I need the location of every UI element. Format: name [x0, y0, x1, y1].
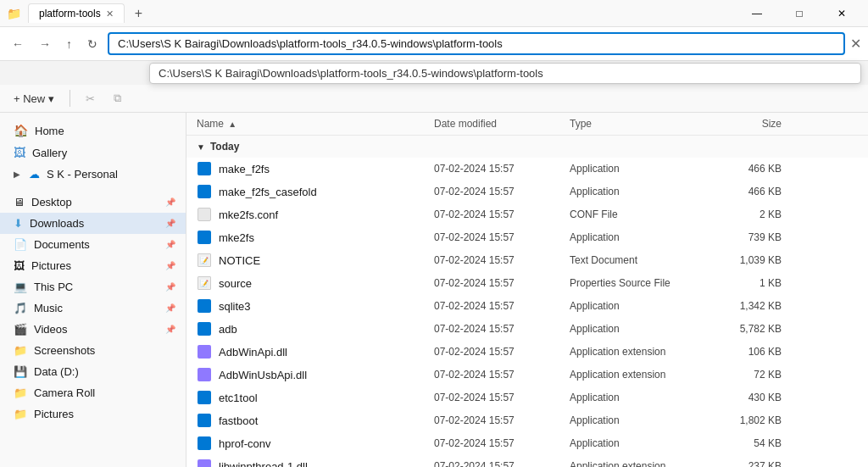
up-button[interactable]: ↑	[61, 36, 77, 53]
file-size: 1,802 KB	[705, 414, 782, 426]
col-size-header[interactable]: Size	[705, 118, 782, 130]
title-bar: 📁 platform-tools ✕ + — □ ✕	[0, 0, 868, 27]
sidebar-label-music: Music	[34, 302, 63, 314]
file-date: 07-02-2024 15:57	[434, 163, 570, 175]
file-icon	[197, 344, 212, 359]
table-row[interactable]: adb 07-02-2024 15:57 Application 5,782 K…	[186, 318, 868, 341]
new-tab-button[interactable]: +	[131, 6, 146, 21]
sidebar-item-sk-personal[interactable]: ▶ ☁ S K - Personal	[0, 164, 186, 185]
table-row[interactable]: sqlite3 07-02-2024 15:57 Application 1,3…	[186, 295, 868, 318]
tab-title: platform-tools	[39, 8, 101, 19]
back-button[interactable]: ←	[7, 36, 29, 53]
sidebar-item-videos[interactable]: 🎬 Videos 📌	[0, 319, 186, 340]
table-row[interactable]: make_f2fs 07-02-2024 15:57 Application 4…	[186, 158, 868, 181]
file-name: etc1tool	[219, 392, 434, 404]
file-type: Application	[570, 392, 705, 403]
column-headers: Name ▲ Date modified Type Size	[186, 113, 868, 136]
file-name: libwinpthread-1.dll	[219, 460, 434, 468]
file-size: 430 KB	[705, 392, 782, 403]
new-button[interactable]: + New ▾	[7, 89, 61, 108]
sidebar-label-desktop: Desktop	[31, 196, 72, 208]
file-date: 07-02-2024 15:57	[434, 392, 570, 403]
minimize-button[interactable]: —	[737, 0, 776, 27]
cloud-icon: ☁	[29, 168, 40, 181]
file-date: 07-02-2024 15:57	[434, 231, 570, 243]
file-size: 1 KB	[705, 277, 782, 289]
home-icon: 🏠	[14, 124, 28, 137]
music-icon: 🎵	[14, 302, 27, 314]
table-row[interactable]: libwinpthread-1.dll 07-02-2024 15:57 App…	[186, 455, 868, 467]
sidebar-item-thispc[interactable]: 💻 This PC 📌	[0, 276, 186, 297]
file-icon: 📝	[197, 275, 212, 291]
table-row[interactable]: AdbWinUsbApi.dll 07-02-2024 15:57 Applic…	[186, 364, 868, 386]
table-row[interactable]: fastboot 07-02-2024 15:57 Application 1,…	[186, 409, 868, 432]
close-button[interactable]: ✕	[822, 0, 861, 27]
file-type: Application	[570, 300, 705, 312]
table-row[interactable]: etc1tool 07-02-2024 15:57 Application 43…	[186, 386, 868, 409]
col-date-header[interactable]: Date modified	[434, 118, 570, 130]
cut-button[interactable]: ✂	[79, 89, 102, 108]
sidebar-item-music[interactable]: 🎵 Music 📌	[0, 297, 186, 319]
file-name: fastboot	[219, 414, 434, 427]
file-list: make_f2fs 07-02-2024 15:57 Application 4…	[186, 158, 868, 467]
pin-icon-desktop: 📌	[165, 197, 175, 207]
sidebar-item-datad[interactable]: 💾 Data (D:)	[0, 361, 186, 382]
address-clear-button[interactable]: ✕	[850, 36, 861, 52]
forward-button[interactable]: →	[34, 36, 56, 53]
sidebar-item-home[interactable]: 🏠 Home	[0, 120, 186, 142]
sidebar-item-desktop[interactable]: 🖥 Desktop 📌	[0, 192, 186, 213]
file-name: AdbWinUsbApi.dll	[219, 369, 434, 381]
sidebar-label-documents: Documents	[34, 238, 90, 251]
sidebar-item-documents[interactable]: 📄 Documents 📌	[0, 234, 186, 255]
file-name: sqlite3	[219, 300, 434, 313]
table-row[interactable]: 📝 source 07-02-2024 15:57 Properties Sou…	[186, 272, 868, 295]
sidebar-item-pictures2[interactable]: 📁 Pictures	[0, 403, 186, 425]
file-size: 466 KB	[705, 163, 782, 175]
file-name: adb	[219, 323, 434, 336]
group-header-today: ▼ Today	[186, 136, 868, 158]
col-name-header[interactable]: Name ▲	[197, 118, 434, 130]
file-type: Application	[570, 323, 705, 335]
address-dropdown[interactable]: C:\Users\S K Bairagi\Downloads\platform-…	[149, 63, 861, 84]
dropdown-path: C:\Users\S K Bairagi\Downloads\platform-…	[159, 67, 543, 80]
toolbar: + New ▾ ✂ ⧉	[0, 85, 868, 113]
table-row[interactable]: AdbWinApi.dll 07-02-2024 15:57 Applicati…	[186, 341, 868, 364]
address-input[interactable]	[108, 32, 845, 55]
file-name: make_f2fs_casefold	[219, 186, 434, 198]
sidebar-item-pictures[interactable]: 🖼 Pictures 📌	[0, 255, 186, 276]
app-icon	[198, 322, 211, 336]
file-size: 106 KB	[705, 346, 782, 358]
refresh-button[interactable]: ↻	[82, 36, 103, 53]
file-name: mke2fs	[219, 231, 434, 244]
group-toggle-icon[interactable]: ▼	[197, 142, 205, 152]
tab-close-button[interactable]: ✕	[106, 8, 114, 19]
col-type-header[interactable]: Type	[570, 118, 705, 130]
file-icon	[197, 367, 212, 382]
app-icon	[198, 436, 211, 450]
table-row[interactable]: hprof-conv 07-02-2024 15:57 Application …	[186, 432, 868, 455]
expand-icon: ▶	[14, 170, 20, 179]
table-row[interactable]: make_f2fs_casefold 07-02-2024 15:57 Appl…	[186, 181, 868, 203]
sidebar-item-cameraroll[interactable]: 📁 Camera Roll	[0, 382, 186, 403]
app-icon	[198, 299, 211, 313]
sidebar-item-screenshots[interactable]: 📁 Screenshots	[0, 340, 186, 361]
file-name: mke2fs.conf	[219, 208, 434, 221]
file-type: Application	[570, 186, 705, 197]
conf-icon	[198, 208, 211, 221]
active-tab[interactable]: platform-tools ✕	[28, 3, 125, 23]
table-row[interactable]: mke2fs 07-02-2024 15:57 Application 739 …	[186, 226, 868, 249]
tab-icon: 📁	[7, 7, 21, 20]
file-icon	[197, 413, 212, 428]
sidebar-item-downloads[interactable]: ⬇ Downloads 📌	[0, 213, 186, 234]
sidebar-item-gallery[interactable]: 🖼 Gallery	[0, 142, 186, 164]
table-row[interactable]: 📝 NOTICE 07-02-2024 15:57 Text Document …	[186, 249, 868, 272]
sidebar-label-datad: Data (D:)	[34, 365, 79, 378]
table-row[interactable]: mke2fs.conf 07-02-2024 15:57 CONF File 2…	[186, 203, 868, 226]
maximize-button[interactable]: □	[780, 0, 819, 27]
file-icon	[197, 459, 212, 467]
sidebar-label-downloads: Downloads	[30, 217, 84, 230]
file-type: Properties Source File	[570, 277, 705, 289]
file-size: 5,782 KB	[705, 323, 782, 335]
file-date: 07-02-2024 15:57	[434, 369, 570, 381]
copy-button[interactable]: ⧉	[107, 88, 128, 108]
